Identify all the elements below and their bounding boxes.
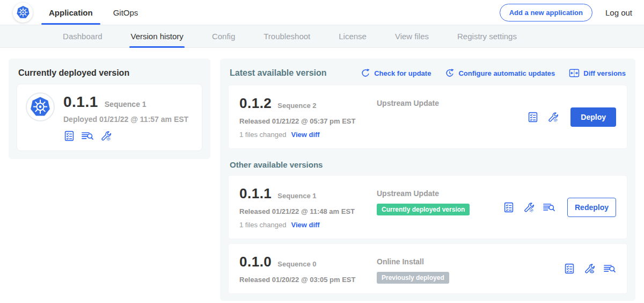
currently-deployed-card: Currently deployed version 0.1.1 Sequenc… (9, 59, 210, 159)
version-number: 0.1.1 (239, 185, 272, 202)
subnav-troubleshoot[interactable]: Troubleshoot (264, 25, 310, 47)
view-diff-link[interactable]: View diff (291, 221, 319, 229)
split-diff-icon (569, 68, 580, 78)
app-subnav: Dashboard Version history Config Trouble… (0, 25, 644, 48)
wrench-gear-icon[interactable] (100, 130, 112, 142)
deployed-version-number: 0.1.1 (63, 93, 98, 111)
kubernetes-logo (13, 3, 33, 23)
deploy-button[interactable]: Deploy (570, 107, 616, 127)
files-changed: 1 files changed (239, 221, 286, 229)
other-versions-title: Other available versions (230, 160, 626, 169)
version-number: 0.1.2 (239, 95, 272, 112)
preflight-checks-icon[interactable] (527, 111, 539, 123)
version-history-panel: Latest available version Check for updat… (220, 59, 635, 301)
version-source: Online Install (377, 257, 564, 266)
tab-application[interactable]: Application (49, 0, 93, 25)
app-icon-kubernetes (26, 92, 55, 121)
preflight-checks-icon[interactable] (503, 201, 515, 213)
main-content: Currently deployed version 0.1.1 Sequenc… (0, 48, 644, 301)
version-released: Released 01/20/22 @ 03:05 pm EST (239, 276, 377, 284)
tab-gitops-label: GitOps (113, 8, 138, 17)
tab-gitops[interactable]: GitOps (113, 0, 138, 25)
latest-available-title: Latest available version (230, 68, 327, 78)
deploy-logs-icon[interactable] (81, 130, 94, 142)
view-diff-link[interactable]: View diff (291, 131, 319, 139)
wrench-gear-icon[interactable] (547, 111, 559, 123)
deployed-timestamp: Deployed 01/21/22 @ 11:57 am EST (63, 115, 188, 124)
currently-deployed-title: Currently deployed version (18, 68, 201, 78)
version-row-0-1-1: 0.1.1 Sequence 1 Released 01/21/22 @ 11:… (229, 176, 627, 239)
check-for-update-link[interactable]: Check for update (361, 68, 431, 78)
subnav-license[interactable]: License (339, 25, 367, 47)
version-row-0-1-2: 0.1.2 Sequence 2 Released 01/21/22 @ 05:… (229, 85, 627, 148)
previously-deployed-badge: Previously deployed (377, 272, 449, 284)
version-source: Upstream Update (377, 99, 527, 107)
version-released: Released 01/21/22 @ 05:37 pm EST (239, 117, 377, 125)
refresh-icon (361, 68, 370, 78)
wrench-eye-icon[interactable] (583, 263, 595, 275)
version-sequence: Sequence 2 (277, 102, 316, 110)
files-changed: 1 files changed (239, 131, 286, 139)
preflight-checks-icon[interactable] (564, 263, 575, 275)
subnav-config[interactable]: Config (212, 25, 235, 47)
deployed-version-card: 0.1.1 Sequence 1 Deployed 01/21/22 @ 11:… (17, 84, 202, 150)
version-released: Released 01/21/22 @ 11:48 am EST (239, 207, 377, 215)
clock-refresh-icon (445, 68, 455, 78)
configure-automatic-updates-link[interactable]: Configure automatic updates (445, 68, 555, 78)
currently-deployed-badge: Currently deployed version (377, 204, 470, 215)
logout-link[interactable]: Log out (605, 8, 632, 17)
version-row-0-1-0: 0.1.0 Sequence 0 Released 01/20/22 @ 03:… (229, 244, 627, 293)
redeploy-button[interactable]: Redeploy (567, 198, 616, 217)
deploy-logs-icon[interactable] (543, 201, 555, 213)
subnav-dashboard[interactable]: Dashboard (63, 25, 102, 47)
version-sequence: Sequence 0 (277, 260, 316, 268)
deploy-logs-icon[interactable] (603, 263, 616, 275)
subnav-version-history[interactable]: Version history (130, 25, 183, 47)
deployed-sequence: Sequence 1 (105, 100, 147, 109)
version-sequence: Sequence 1 (277, 192, 316, 200)
tab-application-label: Application (49, 8, 93, 17)
preflight-checks-icon[interactable] (63, 130, 75, 142)
top-navbar: Application GitOps Add a new application… (0, 0, 644, 25)
add-application-button[interactable]: Add a new application (500, 4, 592, 21)
diff-versions-link[interactable]: Diff versions (569, 68, 626, 78)
subnav-view-files[interactable]: View files (395, 25, 429, 47)
subnav-registry-settings[interactable]: Registry settings (457, 25, 517, 47)
version-source: Upstream Update (377, 189, 503, 198)
header-right: Add a new application Log out (500, 4, 632, 21)
wrench-gear-icon[interactable] (523, 201, 535, 213)
version-number: 0.1.0 (239, 254, 272, 270)
